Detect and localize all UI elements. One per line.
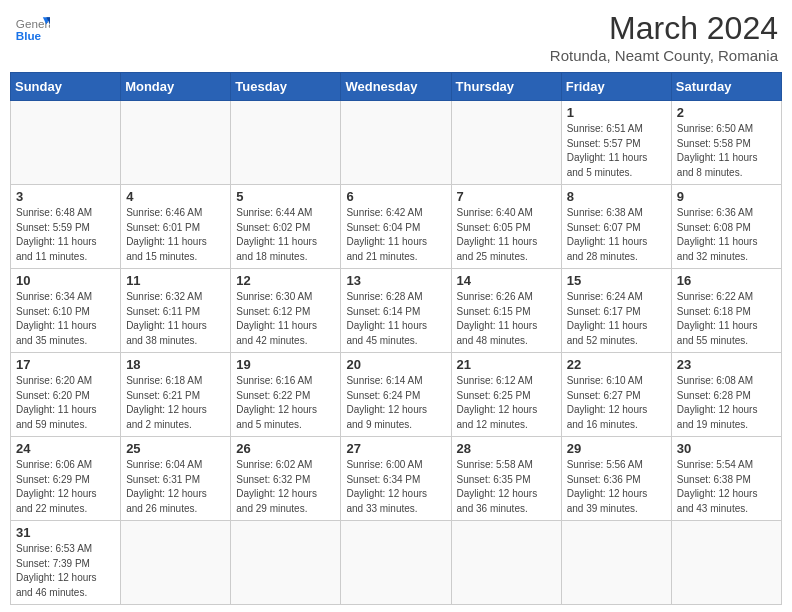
calendar-cell: 22Sunrise: 6:10 AM Sunset: 6:27 PM Dayli… [561,353,671,437]
day-info: Sunrise: 6:50 AM Sunset: 5:58 PM Dayligh… [677,122,776,180]
calendar-cell: 31Sunrise: 6:53 AM Sunset: 7:39 PM Dayli… [11,521,121,605]
calendar-cell [341,521,451,605]
calendar-week-4: 17Sunrise: 6:20 AM Sunset: 6:20 PM Dayli… [11,353,782,437]
day-info: Sunrise: 6:06 AM Sunset: 6:29 PM Dayligh… [16,458,115,516]
day-number: 5 [236,189,335,204]
title-area: March 2024 Rotunda, Neamt County, Romani… [550,10,778,64]
calendar-week-5: 24Sunrise: 6:06 AM Sunset: 6:29 PM Dayli… [11,437,782,521]
day-info: Sunrise: 6:30 AM Sunset: 6:12 PM Dayligh… [236,290,335,348]
calendar-cell: 24Sunrise: 6:06 AM Sunset: 6:29 PM Dayli… [11,437,121,521]
day-info: Sunrise: 6:38 AM Sunset: 6:07 PM Dayligh… [567,206,666,264]
page-header: General Blue March 2024 Rotunda, Neamt C… [10,10,782,64]
calendar-week-2: 3Sunrise: 6:48 AM Sunset: 5:59 PM Daylig… [11,185,782,269]
day-number: 3 [16,189,115,204]
subtitle: Rotunda, Neamt County, Romania [550,47,778,64]
calendar-cell: 20Sunrise: 6:14 AM Sunset: 6:24 PM Dayli… [341,353,451,437]
weekday-header-wednesday: Wednesday [341,73,451,101]
day-number: 21 [457,357,556,372]
day-number: 17 [16,357,115,372]
day-number: 2 [677,105,776,120]
day-info: Sunrise: 6:48 AM Sunset: 5:59 PM Dayligh… [16,206,115,264]
day-number: 30 [677,441,776,456]
calendar-cell: 15Sunrise: 6:24 AM Sunset: 6:17 PM Dayli… [561,269,671,353]
weekday-header-row: SundayMondayTuesdayWednesdayThursdayFrid… [11,73,782,101]
calendar-table: SundayMondayTuesdayWednesdayThursdayFrid… [10,72,782,605]
calendar-cell: 3Sunrise: 6:48 AM Sunset: 5:59 PM Daylig… [11,185,121,269]
calendar-cell: 23Sunrise: 6:08 AM Sunset: 6:28 PM Dayli… [671,353,781,437]
day-info: Sunrise: 6:04 AM Sunset: 6:31 PM Dayligh… [126,458,225,516]
weekday-header-tuesday: Tuesday [231,73,341,101]
day-info: Sunrise: 6:51 AM Sunset: 5:57 PM Dayligh… [567,122,666,180]
day-number: 14 [457,273,556,288]
calendar-week-3: 10Sunrise: 6:34 AM Sunset: 6:10 PM Dayli… [11,269,782,353]
day-number: 7 [457,189,556,204]
svg-text:Blue: Blue [16,29,42,42]
day-info: Sunrise: 6:02 AM Sunset: 6:32 PM Dayligh… [236,458,335,516]
day-info: Sunrise: 5:56 AM Sunset: 6:36 PM Dayligh… [567,458,666,516]
day-info: Sunrise: 6:44 AM Sunset: 6:02 PM Dayligh… [236,206,335,264]
day-info: Sunrise: 6:00 AM Sunset: 6:34 PM Dayligh… [346,458,445,516]
calendar-cell: 19Sunrise: 6:16 AM Sunset: 6:22 PM Dayli… [231,353,341,437]
day-number: 19 [236,357,335,372]
calendar-cell: 26Sunrise: 6:02 AM Sunset: 6:32 PM Dayli… [231,437,341,521]
day-number: 24 [16,441,115,456]
calendar-cell [341,101,451,185]
month-title: March 2024 [550,10,778,47]
day-number: 23 [677,357,776,372]
calendar-cell [451,521,561,605]
calendar-week-1: 1Sunrise: 6:51 AM Sunset: 5:57 PM Daylig… [11,101,782,185]
calendar-cell [561,521,671,605]
logo-icon: General Blue [14,10,50,46]
day-info: Sunrise: 6:12 AM Sunset: 6:25 PM Dayligh… [457,374,556,432]
calendar-cell: 11Sunrise: 6:32 AM Sunset: 6:11 PM Dayli… [121,269,231,353]
day-info: Sunrise: 6:42 AM Sunset: 6:04 PM Dayligh… [346,206,445,264]
day-number: 18 [126,357,225,372]
calendar-cell: 2Sunrise: 6:50 AM Sunset: 5:58 PM Daylig… [671,101,781,185]
calendar-cell: 21Sunrise: 6:12 AM Sunset: 6:25 PM Dayli… [451,353,561,437]
day-info: Sunrise: 6:34 AM Sunset: 6:10 PM Dayligh… [16,290,115,348]
calendar-cell: 10Sunrise: 6:34 AM Sunset: 6:10 PM Dayli… [11,269,121,353]
calendar-cell [121,521,231,605]
day-number: 4 [126,189,225,204]
weekday-header-sunday: Sunday [11,73,121,101]
day-info: Sunrise: 6:22 AM Sunset: 6:18 PM Dayligh… [677,290,776,348]
day-info: Sunrise: 6:08 AM Sunset: 6:28 PM Dayligh… [677,374,776,432]
calendar-cell: 8Sunrise: 6:38 AM Sunset: 6:07 PM Daylig… [561,185,671,269]
day-number: 11 [126,273,225,288]
day-number: 29 [567,441,666,456]
day-info: Sunrise: 6:16 AM Sunset: 6:22 PM Dayligh… [236,374,335,432]
day-number: 25 [126,441,225,456]
day-info: Sunrise: 5:54 AM Sunset: 6:38 PM Dayligh… [677,458,776,516]
calendar-cell: 27Sunrise: 6:00 AM Sunset: 6:34 PM Dayli… [341,437,451,521]
day-number: 20 [346,357,445,372]
day-info: Sunrise: 6:32 AM Sunset: 6:11 PM Dayligh… [126,290,225,348]
day-number: 16 [677,273,776,288]
calendar-week-6: 31Sunrise: 6:53 AM Sunset: 7:39 PM Dayli… [11,521,782,605]
calendar-cell: 7Sunrise: 6:40 AM Sunset: 6:05 PM Daylig… [451,185,561,269]
logo: General Blue [14,10,50,46]
calendar-cell: 4Sunrise: 6:46 AM Sunset: 6:01 PM Daylig… [121,185,231,269]
weekday-header-saturday: Saturday [671,73,781,101]
calendar-cell [671,521,781,605]
calendar-cell: 14Sunrise: 6:26 AM Sunset: 6:15 PM Dayli… [451,269,561,353]
day-info: Sunrise: 6:14 AM Sunset: 6:24 PM Dayligh… [346,374,445,432]
calendar-cell: 25Sunrise: 6:04 AM Sunset: 6:31 PM Dayli… [121,437,231,521]
day-info: Sunrise: 6:46 AM Sunset: 6:01 PM Dayligh… [126,206,225,264]
day-number: 28 [457,441,556,456]
calendar-cell: 29Sunrise: 5:56 AM Sunset: 6:36 PM Dayli… [561,437,671,521]
day-number: 9 [677,189,776,204]
day-info: Sunrise: 6:20 AM Sunset: 6:20 PM Dayligh… [16,374,115,432]
weekday-header-friday: Friday [561,73,671,101]
day-number: 22 [567,357,666,372]
day-number: 13 [346,273,445,288]
calendar-cell: 1Sunrise: 6:51 AM Sunset: 5:57 PM Daylig… [561,101,671,185]
day-info: Sunrise: 5:58 AM Sunset: 6:35 PM Dayligh… [457,458,556,516]
calendar-cell [11,101,121,185]
day-number: 26 [236,441,335,456]
day-number: 15 [567,273,666,288]
calendar-cell: 18Sunrise: 6:18 AM Sunset: 6:21 PM Dayli… [121,353,231,437]
calendar-cell: 5Sunrise: 6:44 AM Sunset: 6:02 PM Daylig… [231,185,341,269]
day-info: Sunrise: 6:26 AM Sunset: 6:15 PM Dayligh… [457,290,556,348]
weekday-header-thursday: Thursday [451,73,561,101]
calendar-cell: 9Sunrise: 6:36 AM Sunset: 6:08 PM Daylig… [671,185,781,269]
